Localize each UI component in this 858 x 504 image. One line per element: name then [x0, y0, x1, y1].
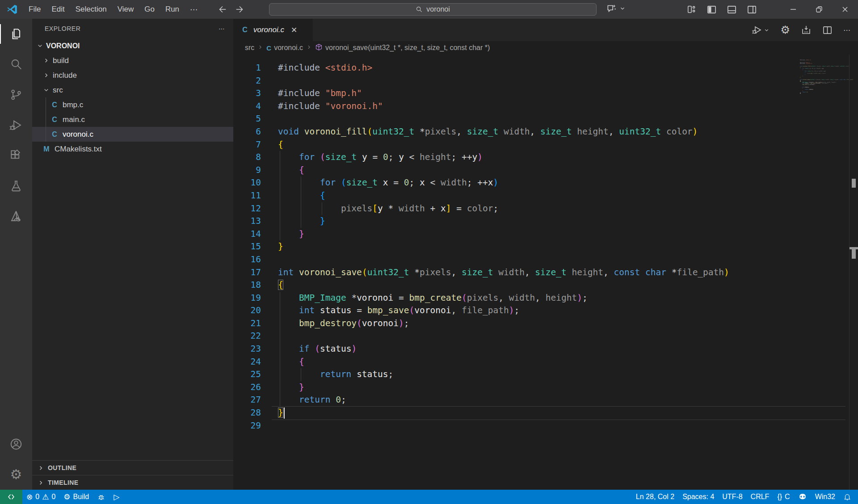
code-line[interactable]: int status = bmp_save(voronoi, file_path…: [278, 304, 729, 317]
menu-file[interactable]: File: [23, 0, 46, 19]
activity-testing-icon[interactable]: [0, 171, 32, 201]
encoding-button[interactable]: UTF-8: [718, 490, 746, 504]
code-line[interactable]: {: [278, 189, 729, 202]
code-line[interactable]: void voronoi_fill(uint32_t *pixels, size…: [278, 126, 729, 139]
command-center-search[interactable]: voronoi: [269, 3, 597, 16]
remote-indicator-button[interactable]: [0, 490, 22, 504]
toggle-panel-icon[interactable]: [727, 4, 737, 15]
indentation-button[interactable]: Spaces: 4: [678, 490, 718, 504]
code-line[interactable]: }: [278, 407, 729, 420]
tab-close-icon[interactable]: ✕: [291, 25, 297, 35]
nav-back-icon[interactable]: [217, 4, 227, 14]
code-line[interactable]: int voronoi_save(uint32_t *pixels, size_…: [278, 266, 729, 279]
code-line[interactable]: {: [278, 139, 729, 151]
activity-settings-icon[interactable]: ⚙: [0, 459, 32, 490]
code-line[interactable]: [278, 420, 729, 433]
code-editor[interactable]: 1234567891011121314151617181920212223242…: [233, 55, 858, 490]
code-line[interactable]: return 0;: [278, 394, 729, 407]
code-line[interactable]: BMP_Image *voronoi = bmp_create(pixels, …: [278, 292, 729, 305]
split-editor-icon[interactable]: [822, 25, 833, 35]
activity-accounts-icon[interactable]: [0, 429, 32, 459]
code-line[interactable]: {: [278, 279, 729, 292]
code-line[interactable]: }: [278, 215, 729, 228]
cmake-configure-gear-icon[interactable]: ⚙: [780, 25, 790, 35]
code-line[interactable]: }: [278, 240, 729, 253]
window-close-button[interactable]: [832, 0, 858, 19]
code-content[interactable]: #include <stdio.h> #include "bmp.h"#incl…: [278, 62, 729, 432]
errors-count: 0: [35, 493, 39, 501]
debug-run-button[interactable]: [752, 25, 770, 35]
window-minimize-button[interactable]: [780, 0, 806, 19]
code-line[interactable]: for (size_t y = 0; y < height; ++y): [278, 151, 729, 164]
cmake-debug-button[interactable]: [93, 490, 109, 504]
window-restore-button[interactable]: [806, 0, 832, 19]
menu-selection[interactable]: Selection: [70, 0, 112, 19]
menu-run[interactable]: Run: [160, 0, 185, 19]
customize-layout-icon[interactable]: [687, 4, 697, 14]
code-line[interactable]: #include "voronoi.h": [278, 100, 729, 113]
tree-folder-build[interactable]: build: [32, 53, 233, 68]
activity-run-debug-icon[interactable]: [0, 110, 32, 140]
code-line[interactable]: bmp_destroy(voronoi);: [278, 317, 729, 330]
section-timeline[interactable]: TIMELINE: [32, 475, 233, 490]
breadcrumb-item[interactable]: voronoi_save(uint32_t *, size_t, size_t,…: [315, 43, 490, 53]
cmake-build-button[interactable]: ⚙ Build: [59, 490, 93, 504]
toggle-primary-sidebar-icon[interactable]: [707, 4, 717, 15]
section-outline[interactable]: OUTLINE: [32, 460, 233, 475]
copilot-icon: [798, 492, 807, 501]
nav-forward-icon[interactable]: [235, 4, 245, 14]
problems-button[interactable]: ⊗ 0 ⚠ 0: [22, 490, 59, 504]
minimap[interactable]: #include <stdio.h> #include "bmp.h"#incl…: [800, 60, 845, 96]
menu-go[interactable]: Go: [139, 0, 160, 19]
toggle-secondary-sidebar-icon[interactable]: [747, 4, 757, 15]
activity-cmake-icon[interactable]: [0, 201, 32, 231]
code-line[interactable]: {: [278, 356, 729, 369]
explorer-more-actions-icon[interactable]: ⋯: [219, 25, 225, 32]
activity-source-control-icon[interactable]: [0, 80, 32, 110]
install-target-icon[interactable]: [801, 25, 812, 35]
menu-overflow-icon[interactable]: ⋯: [185, 0, 204, 19]
notifications-bell-button[interactable]: [839, 490, 855, 504]
activity-extensions-icon[interactable]: [0, 140, 32, 171]
tree-file-voronoi-c[interactable]: Cvoronoi.c: [32, 127, 233, 142]
breadcrumb-item[interactable]: src: [245, 44, 254, 52]
explorer-title: EXPLORER: [45, 25, 80, 32]
tree-file-cmakelists-txt[interactable]: MCMakelists.txt: [32, 142, 233, 156]
editor-more-actions-icon[interactable]: ⋯: [843, 26, 851, 34]
code-line[interactable]: if (status): [278, 343, 729, 356]
tree-root-voronoi[interactable]: VORONOI: [32, 38, 233, 53]
code-line[interactable]: [278, 253, 729, 266]
tree-file-main-c[interactable]: Cmain.c: [32, 112, 233, 127]
activity-search-icon[interactable]: [0, 49, 32, 80]
copilot-status-button[interactable]: [794, 490, 811, 504]
run-debug-icon: [752, 25, 762, 35]
platform-indicator[interactable]: Win32: [811, 490, 839, 504]
code-line[interactable]: for (size_t x = 0; x < width; ++x): [278, 176, 729, 189]
tree-folder-src[interactable]: src: [32, 83, 233, 97]
code-line[interactable]: pixels[y * width + x] = color;: [278, 202, 729, 215]
activity-explorer-icon[interactable]: [0, 19, 32, 49]
code-line[interactable]: }: [278, 381, 729, 394]
breadcrumb-separator-icon: [306, 44, 312, 52]
tab-voronoi-c[interactable]: C voronoi.c ✕: [233, 19, 313, 41]
copilot-menu[interactable]: [606, 3, 626, 14]
cmake-launch-button[interactable]: ▷: [109, 490, 123, 504]
tree-file-bmp-c[interactable]: Cbmp.c: [32, 97, 233, 112]
code-line[interactable]: [278, 113, 729, 126]
menu-view[interactable]: View: [112, 0, 139, 19]
code-line[interactable]: return status;: [278, 368, 729, 381]
code-line[interactable]: [278, 330, 729, 343]
language-mode-button[interactable]: {} C: [773, 490, 794, 504]
code-line[interactable]: }: [278, 228, 729, 241]
overview-ruler[interactable]: [849, 55, 858, 490]
breadcrumb-item[interactable]: Cvoronoi.c: [266, 44, 303, 52]
code-line[interactable]: {: [278, 164, 729, 177]
menu-edit[interactable]: Edit: [46, 0, 70, 19]
code-line[interactable]: #include "bmp.h": [278, 87, 729, 100]
tree-folder-include[interactable]: include: [32, 68, 233, 83]
eol-button[interactable]: CRLF: [747, 490, 774, 504]
menu-bar: FileEditSelectionViewGoRun: [23, 0, 185, 19]
code-line[interactable]: #include <stdio.h>: [278, 62, 729, 75]
code-line[interactable]: [278, 75, 729, 88]
cursor-position-button[interactable]: Ln 28, Col 2: [632, 490, 678, 504]
